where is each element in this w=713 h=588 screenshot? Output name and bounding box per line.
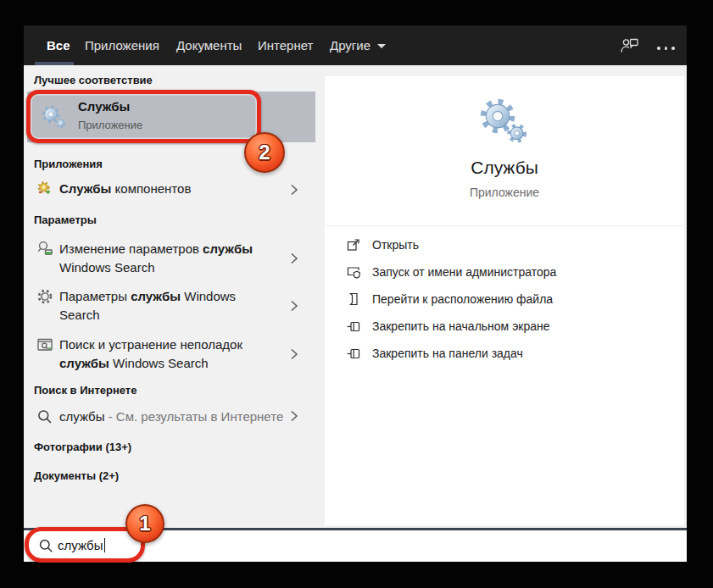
chevron-right-icon xyxy=(290,252,298,264)
action-run-as-admin[interactable]: Запуск от имени администратора xyxy=(346,263,668,281)
action-pin-to-start-label: Закрепить на начальном экране xyxy=(372,319,550,333)
search-settings-icon xyxy=(36,240,53,257)
action-pin-to-taskbar-label: Закрепить на панели задач xyxy=(372,347,523,360)
action-pin-to-taskbar[interactable]: Закрепить на панели задач xyxy=(346,344,668,363)
tab-documents[interactable]: Документы xyxy=(176,25,242,65)
troubleshoot-icon xyxy=(36,336,53,353)
component-services-icon xyxy=(36,180,52,196)
tab-other[interactable]: Другие xyxy=(330,25,386,65)
documents-section-header[interactable]: Документы (2+) xyxy=(34,469,119,482)
best-match-header: Лучшее соответствие xyxy=(34,74,153,86)
apps-section-header: Приложения xyxy=(34,158,103,170)
detail-divider xyxy=(326,225,683,226)
gear-outline-icon xyxy=(36,288,53,305)
result-search-service-settings-line2[interactable]: Search xyxy=(59,308,100,322)
chevron-right-icon xyxy=(290,184,298,196)
result-search-troubleshoot-line2[interactable]: службы Windows Search xyxy=(59,356,209,370)
action-open-file-location-label: Перейти к расположению файла xyxy=(372,292,553,306)
tab-apps[interactable]: Приложения xyxy=(85,25,159,65)
action-pin-to-start[interactable]: Закрепить на начальном экране xyxy=(346,317,668,336)
params-section-header: Параметры xyxy=(34,214,97,226)
filter-tab-bar: Все Приложения Документы Интернет Другие xyxy=(24,25,687,65)
web-search-section-header: Поиск в Интернете xyxy=(34,384,136,397)
result-web-search[interactable]: службы - См. результаты в Интернете xyxy=(59,409,283,424)
action-open-label: Открыть xyxy=(372,238,419,252)
chevron-down-icon xyxy=(377,44,386,48)
detail-pane: Службы Приложение Открыть xyxy=(325,76,684,525)
result-search-troubleshoot[interactable]: Поиск и устранение неполадок xyxy=(59,337,242,352)
detail-title: Службы xyxy=(325,158,684,178)
tab-all[interactable]: Все xyxy=(47,25,70,65)
photos-section-header[interactable]: Фотографии (13+) xyxy=(34,441,131,453)
result-search-service-settings[interactable]: Параметры службы Windows xyxy=(59,289,236,303)
tab-other-label: Другие xyxy=(330,38,370,53)
result-change-search-settings[interactable]: Изменение параметров службы xyxy=(59,241,253,256)
more-options-icon[interactable] xyxy=(657,47,675,50)
detail-subtitle: Приложение xyxy=(325,186,684,199)
chevron-right-icon xyxy=(290,300,298,312)
open-icon xyxy=(346,237,361,252)
admin-shield-icon xyxy=(346,264,361,280)
services-gears-icon-large xyxy=(476,97,529,146)
file-location-icon xyxy=(346,291,361,307)
chevron-right-icon xyxy=(290,348,298,360)
annotation-box-best-match xyxy=(26,90,261,143)
chevron-right-icon xyxy=(290,410,298,422)
screenshot-canvas: Все Приложения Документы Интернет Другие… xyxy=(0,0,713,588)
feedback-icon[interactable] xyxy=(620,36,640,55)
result-component-services[interactable]: Службы компонентов xyxy=(59,181,191,196)
action-open[interactable]: Открыть xyxy=(346,236,668,254)
action-open-file-location[interactable]: Перейти к расположению файла xyxy=(346,290,668,308)
search-icon xyxy=(36,408,53,425)
result-change-search-settings-line2[interactable]: Windows Search xyxy=(59,260,155,275)
annotation-step-2: 2 xyxy=(244,132,285,173)
pin-icon xyxy=(346,346,361,361)
action-run-as-admin-label: Запуск от имени администратора xyxy=(372,265,556,279)
annotation-step-1: 1 xyxy=(125,504,164,543)
selected-tab-underline xyxy=(35,62,74,65)
tab-internet[interactable]: Интернет xyxy=(258,25,313,65)
pin-icon xyxy=(346,319,361,334)
